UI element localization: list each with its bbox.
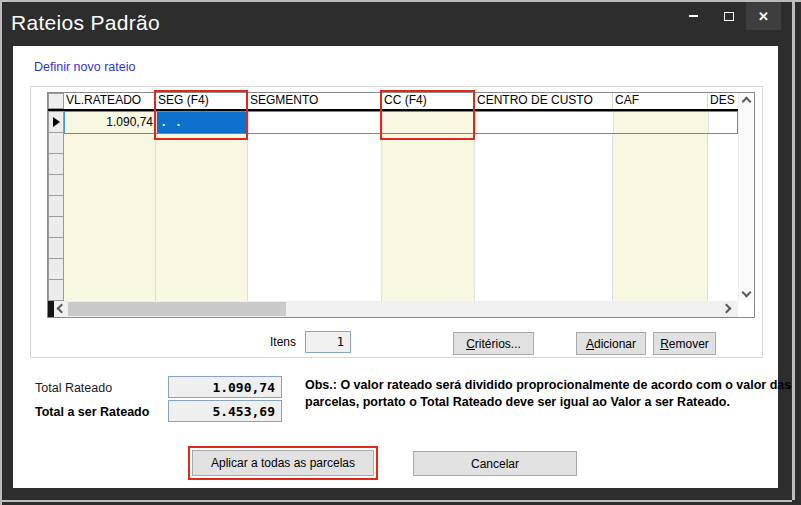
grid-body[interactable]: 1.090,74 . . [48, 111, 738, 301]
close-icon: ✕ [758, 9, 769, 24]
grid-column-stripes [64, 111, 738, 301]
window-edge [2, 500, 792, 502]
stripe-caf [613, 111, 708, 301]
total-a-ser-rateado-value: 5.453,69 [168, 400, 282, 422]
row-header[interactable] [48, 237, 64, 259]
column-header-seg-f4[interactable]: SEG (F4) [156, 93, 248, 109]
remover-button[interactable]: Remover [653, 332, 716, 355]
total-rateado-label: Total Rateado [35, 381, 112, 395]
grid-row: 1.090,74 . . [64, 111, 738, 134]
current-row-icon [53, 117, 60, 127]
dialog-client-area: Definir novo rateio VL.RATEADO SEG (F4) … [13, 46, 778, 488]
chevron-right-icon [722, 304, 732, 314]
horizontal-scrollbar[interactable] [48, 301, 738, 317]
row-header[interactable] [48, 195, 64, 217]
row-selector-header[interactable] [48, 93, 64, 109]
cell-seg-selected[interactable]: . . [157, 112, 249, 133]
chevron-left-icon [57, 304, 67, 314]
row-header-column [48, 111, 64, 301]
close-button[interactable]: ✕ [746, 2, 781, 30]
total-rateado-value: 1.090,74 [168, 376, 282, 398]
cell-segmento[interactable] [249, 112, 383, 133]
aplicar-button[interactable]: Aplicar a todas as parcelas [192, 450, 374, 476]
window-edge [0, 0, 801, 2]
cancelar-button[interactable]: Cancelar [413, 451, 577, 476]
window-edge [792, 2, 795, 500]
row-header[interactable] [48, 258, 64, 280]
window-edge [0, 0, 2, 505]
column-header-caf[interactable]: CAF [613, 93, 708, 109]
stripe-vl-rateado [64, 111, 156, 301]
stripe-seg [156, 111, 248, 301]
rateios-grid: VL.RATEADO SEG (F4) SEGMENTO CC (F4) CEN… [47, 92, 755, 318]
itens-input[interactable]: 1 [305, 331, 351, 353]
scroll-left-button[interactable] [54, 301, 68, 317]
cell-centro-de-custo[interactable] [476, 112, 614, 133]
column-header-vl-rateado[interactable]: VL.RATEADO [64, 93, 156, 109]
itens-label: Itens [270, 335, 296, 349]
maximize-button[interactable] [711, 2, 746, 30]
horizontal-scroll-thumb[interactable] [68, 302, 286, 316]
stripe-segmento [248, 111, 382, 301]
criterios-accel: C [466, 337, 475, 351]
obs-line-1: Obs.: O valor rateado será dividido prop… [305, 377, 797, 394]
cell-cc[interactable] [383, 112, 476, 133]
grid-inner: VL.RATEADO SEG (F4) SEGMENTO CC (F4) CEN… [48, 93, 754, 317]
row-header[interactable] [48, 153, 64, 175]
row-header[interactable] [48, 174, 64, 196]
cell-des[interactable] [709, 112, 737, 133]
scrollbar-corner [738, 301, 754, 317]
row-header[interactable] [48, 279, 64, 301]
titlebar[interactable]: Rateios Padrão ✕ [2, 2, 792, 46]
chevron-up-icon[interactable] [742, 97, 752, 107]
criterios-label: ritérios... [475, 337, 521, 351]
column-header-centro-de-custo[interactable]: CENTRO DE CUSTO [475, 93, 613, 109]
row-header[interactable] [48, 216, 64, 238]
vertical-scrollbar[interactable] [738, 93, 754, 301]
stripe-cc [382, 111, 475, 301]
window-controls: ✕ [676, 2, 781, 30]
grid-header-row: VL.RATEADO SEG (F4) SEGMENTO CC (F4) CEN… [48, 93, 738, 109]
cell-vl-rateado[interactable]: 1.090,74 [65, 112, 157, 133]
column-header-cc-f4[interactable]: CC (F4) [382, 93, 475, 109]
stripe-des [708, 111, 738, 301]
obs-line-2: parcelas, portato o Total Rateado deve s… [305, 394, 797, 411]
total-a-ser-rateado-label: Total a ser Rateado [35, 405, 149, 419]
row-header-current[interactable] [48, 111, 64, 133]
minimize-icon [689, 15, 698, 17]
column-header-des[interactable]: DES [708, 93, 738, 109]
groupbox-caption: Definir novo rateio [34, 60, 135, 74]
obs-text: Obs.: O valor rateado será dividido prop… [305, 377, 797, 411]
remover-accel: R [660, 337, 669, 351]
remover-label: emover [669, 337, 709, 351]
column-header-segmento[interactable]: SEGMENTO [248, 93, 382, 109]
adicionar-accel: A [586, 337, 594, 351]
minimize-button[interactable] [676, 2, 711, 30]
window-title: Rateios Padrão [11, 11, 160, 35]
adicionar-label: dicionar [594, 337, 636, 351]
cell-caf[interactable] [614, 112, 709, 133]
dialog-window: Rateios Padrão ✕ Definir novo rateio VL.… [0, 0, 801, 505]
maximize-icon [724, 12, 734, 21]
criterios-button[interactable]: Critérios... [453, 332, 534, 355]
adicionar-button[interactable]: Adicionar [576, 332, 646, 355]
row-header[interactable] [48, 132, 64, 154]
scroll-right-button[interactable] [722, 301, 736, 317]
chevron-down-icon[interactable] [742, 288, 752, 298]
stripe-centro-de-custo [475, 111, 613, 301]
